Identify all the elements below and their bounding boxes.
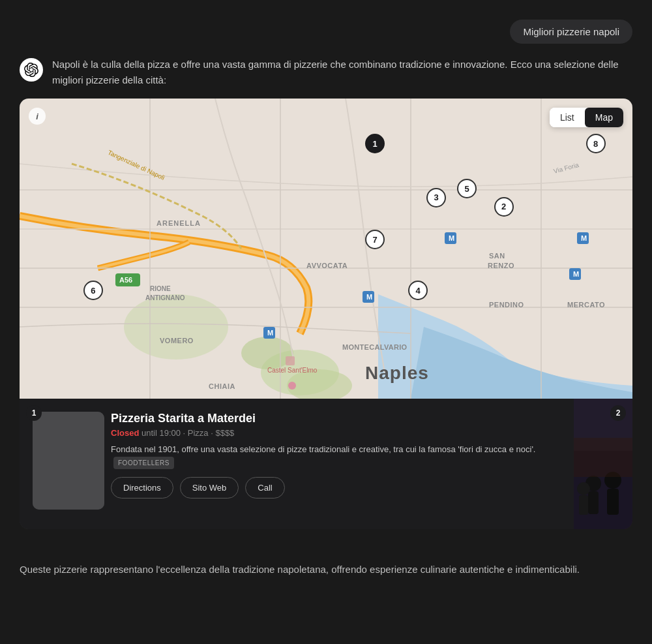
- map-pin-8[interactable]: 8: [586, 134, 606, 153]
- map-info-icon[interactable]: i: [29, 108, 46, 125]
- map-pin-2[interactable]: 2: [494, 197, 514, 217]
- svg-text:M: M: [267, 329, 273, 337]
- svg-text:VOMERO: VOMERO: [160, 337, 194, 345]
- side-card[interactable]: 2: [574, 399, 632, 529]
- search-pill[interactable]: Migliori pizzerie napoli: [510, 20, 632, 44]
- svg-rect-42: [33, 412, 104, 510]
- search-bar-row: Migliori pizzerie napoli: [0, 13, 652, 57]
- svg-rect-48: [607, 489, 619, 515]
- info-card-image: [33, 412, 104, 510]
- svg-text:M: M: [581, 234, 587, 242]
- website-button[interactable]: Sito Web: [180, 477, 239, 498]
- svg-point-2: [241, 337, 293, 369]
- map-pin-7[interactable]: 7: [365, 230, 385, 249]
- map-pin-4[interactable]: 4: [408, 281, 428, 300]
- svg-point-49: [577, 482, 590, 495]
- directions-button[interactable]: Directions: [111, 477, 173, 498]
- map-view-button[interactable]: Map: [585, 108, 623, 127]
- map-pin-3[interactable]: 3: [426, 188, 446, 207]
- map-card: ARENELLA SAN RENZO AVVOCATA RIONE ANTIGN…: [20, 99, 632, 529]
- svg-rect-0: [20, 99, 632, 399]
- meta-suffix: until 19:00 · Pizza · $$$$: [141, 428, 234, 438]
- info-card-description: Fondata nel 1901, offre una vasta selezi…: [111, 443, 561, 469]
- map-area[interactable]: ARENELLA SAN RENZO AVVOCATA RIONE ANTIGN…: [20, 99, 632, 399]
- map-pin-5[interactable]: 5: [457, 179, 477, 198]
- svg-text:RIONE: RIONE: [150, 285, 171, 292]
- svg-text:M: M: [366, 293, 372, 301]
- map-toggle: List Map: [550, 108, 623, 127]
- svg-text:SAN: SAN: [489, 252, 505, 260]
- svg-text:MERCATO: MERCATO: [567, 301, 605, 309]
- action-buttons: Directions Sito Web Call: [111, 477, 561, 498]
- svg-text:CHIAIA: CHIAIA: [209, 382, 235, 390]
- svg-text:Castel Sant'Elmo: Castel Sant'Elmo: [267, 367, 318, 374]
- svg-text:A56: A56: [119, 276, 132, 284]
- svg-text:PENDINO: PENDINO: [489, 301, 524, 309]
- avatar: [20, 58, 43, 82]
- svg-text:MONTECALVARIO: MONTECALVARIO: [342, 343, 408, 351]
- svg-point-4: [124, 294, 228, 360]
- source-badge: FOODTELLERS: [113, 457, 174, 469]
- svg-rect-50: [579, 495, 588, 515]
- svg-text:M: M: [449, 234, 454, 242]
- info-cards-row: 1 Pizzeria Starita a Materdei Closed unt…: [20, 399, 632, 529]
- svg-rect-51: [574, 438, 632, 477]
- map-pin-1[interactable]: 1: [365, 134, 385, 153]
- svg-text:Naples: Naples: [365, 363, 429, 383]
- map-pin-6[interactable]: 6: [83, 281, 103, 300]
- svg-text:AVVOCATA: AVVOCATA: [306, 262, 348, 269]
- svg-rect-28: [286, 356, 295, 365]
- svg-rect-46: [588, 491, 599, 514]
- info-card-number: 1: [26, 405, 42, 421]
- assistant-intro-text: Napoli è la culla della pizza e offre un…: [52, 57, 632, 88]
- info-card-meta: Closed until 19:00 · Pizza · $$$$: [111, 428, 561, 438]
- list-view-button[interactable]: List: [550, 108, 585, 127]
- svg-text:M: M: [573, 270, 579, 278]
- side-card-number: 2: [610, 405, 626, 421]
- footer-text: Queste pizzerie rappresentano l'eccellen…: [0, 542, 652, 577]
- call-button[interactable]: Call: [245, 477, 284, 498]
- message-row: Napoli è la culla della pizza e offre un…: [0, 57, 652, 88]
- info-card-main: 1 Pizzeria Starita a Materdei Closed unt…: [20, 399, 574, 529]
- svg-text:ANTIGNANO: ANTIGNANO: [145, 294, 185, 301]
- svg-text:RENZO: RENZO: [488, 262, 514, 269]
- svg-point-41: [288, 382, 296, 390]
- closed-status: Closed: [111, 428, 139, 438]
- info-card-title: Pizzeria Starita a Materdei: [111, 412, 561, 425]
- svg-text:ARENELLA: ARENELLA: [156, 219, 201, 227]
